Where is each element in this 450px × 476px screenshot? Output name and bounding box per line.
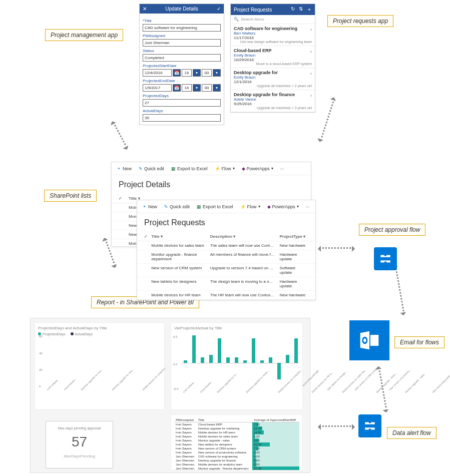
export-button[interactable]: ▦Export to Excel [171,166,208,171]
arrow [395,265,405,314]
confirm-icon[interactable]: ✓ [217,6,221,12]
calendar-icon[interactable]: 📅 [173,69,181,77]
col-title[interactable]: Title [151,234,159,239]
chevron-down-icon[interactable]: ▾ [213,69,221,77]
outlook-icon[interactable] [349,320,389,360]
add-icon[interactable]: ＋ [307,6,312,13]
request-item[interactable]: Desktop upgrade for Emily Braun 12/1/201… [231,68,315,90]
table-row[interactable]: Irvin SayersMonitor upgrade - sales 8.00 [174,438,299,442]
table-row[interactable]: Joni ShermanCAD software for engineering… [174,454,299,458]
export-button[interactable]: ▦Export to Excel [197,204,233,209]
panel-header: ✕ Update Details ✓ [140,4,224,14]
request-item[interactable]: Cloud-based ERP Emily Braun 10/29/2016 M… [231,46,315,68]
check-all[interactable]: ✓ [144,234,151,239]
check-all[interactable]: ✓ [119,196,129,201]
chart-projecteddays: ProjectedDays and ActualDays by Title Pr… [35,322,165,410]
report-area: ProjectedDays and ActualDays by Title Pr… [30,318,310,473]
more-button[interactable]: ··· [280,166,284,171]
new-button[interactable]: ＋New [117,165,132,172]
close-icon[interactable]: ✕ [143,6,147,12]
title-input[interactable]: CAD software for engineering [143,24,221,32]
req-date: 11/17/2016 [234,36,312,40]
request-item[interactable]: Desktop upgrade for finance Adele Vance … [231,90,315,112]
table-row[interactable]: Irvin SayersMobile devices for HR team 1… [174,430,299,434]
projdays-input[interactable]: 27 [143,99,221,107]
chevron-down-icon[interactable]: ▾ [193,84,201,92]
chevron-down-icon[interactable]: ▾ [193,69,201,77]
chevron-right-icon[interactable]: › [310,93,312,98]
panel-title: Project Requests [234,7,291,13]
arrow [319,425,354,427]
label-project-requests-app: Project requests app [327,15,393,27]
req-desc: Upgrade all machines > 2 years old [234,84,312,88]
col-desc[interactable]: Description [210,234,232,239]
table-row[interactable]: Monitor upgrade - finance department All… [137,250,315,264]
search-row[interactable]: 🔍 Search items [231,15,315,24]
table-row[interactable]: Irvin SayersMobile devices for sales tea… [174,434,299,438]
search-placeholder: Search items [241,17,264,22]
arrow [319,247,354,249]
col-title[interactable]: Title [129,196,137,201]
flow-button[interactable]: ⚡Flow▾ [215,166,235,171]
title-label: *Title [143,19,221,23]
chevron-right-icon[interactable]: › [310,49,312,54]
th-pm[interactable]: PMAssigned [174,418,197,422]
pm-input[interactable]: Joni Sherman [143,39,221,47]
chart-legend: ProjectedDays ActualDays [38,332,161,336]
table-row[interactable]: Mobile devices for HR team The HR team w… [137,291,315,300]
table-row[interactable]: Joni ShermanMobile devices for analytics… [174,462,299,466]
quickedit-button[interactable]: ✎Quick edit [139,166,164,171]
end-hh[interactable]: 16 [182,84,192,92]
req-date: 12/1/2016 [234,80,312,84]
flow-icon[interactable] [374,247,397,270]
th-avg[interactable]: Average of ApprovedStartDiff [252,418,299,422]
search-icon: 🔍 [234,17,239,22]
table-row[interactable]: Irvin SayersNew version of CRM system 7.… [174,446,299,450]
sort-icon[interactable]: ⇅ [299,6,303,13]
table-row[interactable]: Irvin SayersNew version of productivity … [174,450,299,454]
more-button[interactable]: ··· [306,204,310,209]
req-desc: Upgrade all machines > 3 years old [234,106,312,110]
req-desc: Move to a cloud-based ERP system [234,62,312,66]
flow-button[interactable]: ⚡Flow▾ [240,204,260,209]
req-desc: Get new design software for engineering … [234,40,312,44]
start-hh[interactable]: 16 [182,69,192,77]
powerapps-button[interactable]: ◆PowerApps▾ [267,204,299,209]
req-title: CAD software for engineering [234,26,312,31]
table-row[interactable]: Joni ShermanMonitor upgrade - finance de… [174,466,299,470]
table-row[interactable]: Mobile devices for sales team The sales … [137,241,315,250]
arrow [320,98,335,142]
chevron-right-icon[interactable]: › [310,71,312,76]
calendar-icon[interactable]: 📅 [173,84,181,92]
powerapps-button[interactable]: ◆PowerApps▾ [242,166,273,171]
chevron-right-icon[interactable]: › [310,27,312,32]
req-date: 9/25/2016 [234,102,312,106]
end-mm[interactable]: 00 [202,84,212,92]
status-input[interactable]: Completed [143,54,221,62]
actualdays-input[interactable]: 30 [143,114,221,122]
request-item[interactable]: CAD software for engineering Ben Walters… [231,24,315,46]
actualdays-label: ActualDays [143,109,221,113]
table-row[interactable]: Irvin SayersDesktop upgrade for marketin… [174,426,299,430]
kpi-card: Max days pending approval 57 MaxDaysPend… [46,421,113,468]
start-mm[interactable]: 00 [202,69,212,77]
refresh-icon[interactable]: ↻ [291,6,295,13]
panel-title: Update Details [147,6,217,12]
label-project-approval-flow: Project approval flow [359,224,425,236]
table-row[interactable]: New tablets for designers The design tea… [137,277,315,291]
label-data-alert-flow: Data alert flow [387,427,436,439]
label-sharepoint-lists: SharePoint lists [44,190,97,202]
col-type[interactable]: ProjectType [280,234,302,239]
flow-icon[interactable] [358,414,381,437]
kpi-sub: MaxDaysPending [51,454,108,458]
table-row[interactable]: Irvin SayersNew tablets for designers 21… [174,442,299,446]
end-date-input[interactable]: 1/9/2017 [143,84,172,92]
quickedit-button[interactable]: ✎Quick edit [164,204,190,209]
start-date-input[interactable]: 12/4/2016 [143,69,172,77]
table-row[interactable]: Irvin SayersCloud-based ERP 7.00 [174,422,299,427]
th-title[interactable]: Title [197,418,252,422]
table-row[interactable]: New version of CRM system Upgrade to ver… [137,264,315,277]
chevron-down-icon[interactable]: ▾ [213,84,221,92]
table-row[interactable]: Joni ShermanDesktop upgrade for finance … [174,458,299,462]
new-button[interactable]: ＋New [142,203,157,210]
